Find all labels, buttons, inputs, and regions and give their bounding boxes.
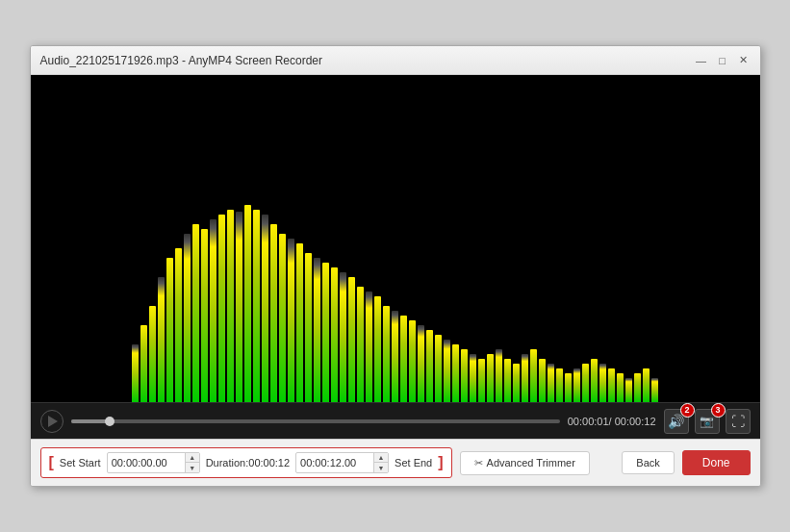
- waveform-bar: [651, 378, 658, 402]
- waveform-bar: [634, 373, 641, 402]
- waveform-bar: [322, 263, 329, 402]
- waveform-bar: [470, 354, 476, 402]
- waveform-bar: [383, 306, 390, 402]
- bracket-close: ]: [438, 455, 443, 470]
- waveform-bar: [548, 364, 554, 402]
- waveform-bar: [582, 364, 589, 402]
- waveform-bar: [227, 210, 234, 402]
- trim-section: [ Set Start ▲ ▼ Duration:00:00:12 ▲ ▼ Se…: [40, 447, 452, 478]
- waveform-bar: [608, 368, 615, 402]
- maximize-button[interactable]: □: [716, 54, 729, 67]
- start-time-input-group: ▲ ▼: [107, 452, 200, 473]
- waveform-bar: [296, 243, 303, 402]
- advanced-trimmer-button[interactable]: ✂ Advanced Trimmer: [460, 451, 590, 475]
- waveform-bar: [192, 224, 199, 402]
- waveform-bar: [305, 253, 312, 402]
- start-time-up[interactable]: ▲: [186, 453, 199, 463]
- start-time-down[interactable]: ▼: [186, 463, 199, 472]
- waveform-bar: [218, 215, 225, 402]
- waveform-bar: [331, 267, 338, 402]
- start-time-input[interactable]: [108, 455, 185, 470]
- waveform-bar: [400, 316, 407, 402]
- video-area: [31, 75, 760, 402]
- bracket-open: [: [49, 455, 54, 470]
- progress-thumb: [105, 417, 115, 426]
- waveform-bar: [556, 368, 563, 402]
- waveform-bar: [262, 215, 268, 402]
- waveform-bar: [279, 234, 286, 402]
- advanced-trimmer-label: Advanced Trimmer: [487, 457, 575, 469]
- waveform-bar: [539, 359, 546, 402]
- waveform-bar: [366, 291, 372, 402]
- progress-fill: [71, 419, 111, 423]
- waveform-bar: [140, 325, 147, 402]
- end-time-input[interactable]: [296, 455, 373, 470]
- waveform-bar: [166, 258, 173, 402]
- waveform-bar: [149, 306, 156, 402]
- waveform-bar: [444, 340, 450, 402]
- done-button[interactable]: Done: [682, 450, 751, 475]
- bottom-bar: [ Set Start ▲ ▼ Duration:00:00:12 ▲ ▼ Se…: [31, 439, 760, 486]
- end-time-input-group: ▲ ▼: [295, 452, 389, 473]
- waveform-bar: [426, 330, 433, 402]
- minimize-button[interactable]: —: [695, 54, 708, 67]
- waveform-bar: [513, 364, 520, 402]
- end-time-spinners: ▲ ▼: [373, 453, 388, 472]
- waveform-bar: [314, 258, 320, 402]
- waveform-bar: [591, 359, 598, 402]
- window-controls: — □ ✕: [695, 54, 751, 67]
- window-title: Audio_221025171926.mp3 - AnyMP4 Screen R…: [40, 54, 323, 67]
- close-button[interactable]: ✕: [737, 54, 751, 67]
- screenshot-button[interactable]: 📷 3: [695, 409, 720, 434]
- waveform-bar: [452, 344, 459, 402]
- waveform-bar: [504, 359, 511, 402]
- main-window: Audio_221025171926.mp3 - AnyMP4 Screen R…: [30, 45, 761, 487]
- waveform-bar: [175, 248, 182, 402]
- waveform-bar: [253, 210, 260, 402]
- back-button[interactable]: Back: [622, 451, 674, 474]
- start-time-spinners: ▲ ▼: [185, 453, 199, 472]
- set-start-button[interactable]: Set Start: [60, 457, 101, 469]
- progress-track[interactable]: [71, 419, 560, 423]
- waveform-bar: [158, 277, 165, 402]
- waveform-bar: [270, 224, 277, 402]
- waveform-bar: [374, 296, 381, 402]
- waveform-bar: [487, 354, 494, 402]
- waveform-bar: [288, 239, 294, 402]
- waveform-bar: [496, 349, 502, 402]
- waveform-bar: [643, 368, 650, 402]
- waveform-bar: [573, 368, 580, 402]
- waveform-bar: [184, 234, 191, 402]
- time-display: 00:00:01/ 00:00:12: [568, 416, 656, 427]
- waveform-bar: [392, 311, 398, 402]
- waveform-bar: [132, 344, 139, 402]
- waveform-bar: [565, 373, 572, 402]
- waveform-bar: [461, 349, 468, 402]
- waveform-display: [31, 190, 760, 402]
- waveform-bar: [435, 335, 442, 402]
- waveform-bar: [340, 272, 346, 402]
- play-button[interactable]: [40, 410, 64, 433]
- end-time-up[interactable]: ▲: [374, 453, 388, 463]
- waveform-bar: [236, 212, 242, 402]
- waveform-bar: [409, 320, 416, 402]
- waveform-bar: [418, 325, 424, 402]
- controls-right: 🔊 2 📷 3 ⛶: [664, 409, 751, 434]
- scissors-icon: ✂: [474, 457, 483, 469]
- waveform-bar: [530, 349, 537, 402]
- end-time-down[interactable]: ▼: [374, 463, 388, 472]
- waveform-bar: [244, 205, 251, 402]
- playback-bar: 00:00:01/ 00:00:12 🔊 2 📷 3 ⛶: [31, 402, 760, 439]
- waveform-bar: [357, 287, 364, 402]
- waveform-bar: [201, 229, 208, 402]
- set-end-button[interactable]: Set End: [395, 457, 432, 469]
- fullscreen-button[interactable]: ⛶: [726, 409, 751, 434]
- waveform-bar: [617, 373, 624, 402]
- volume-button[interactable]: 🔊 2: [664, 409, 689, 434]
- waveform-bar: [348, 277, 355, 402]
- waveform-bar: [210, 219, 217, 402]
- waveform-bar: [522, 354, 528, 402]
- waveform-bar: [599, 364, 606, 402]
- waveform-bar: [625, 378, 632, 402]
- title-bar: Audio_221025171926.mp3 - AnyMP4 Screen R…: [31, 46, 760, 75]
